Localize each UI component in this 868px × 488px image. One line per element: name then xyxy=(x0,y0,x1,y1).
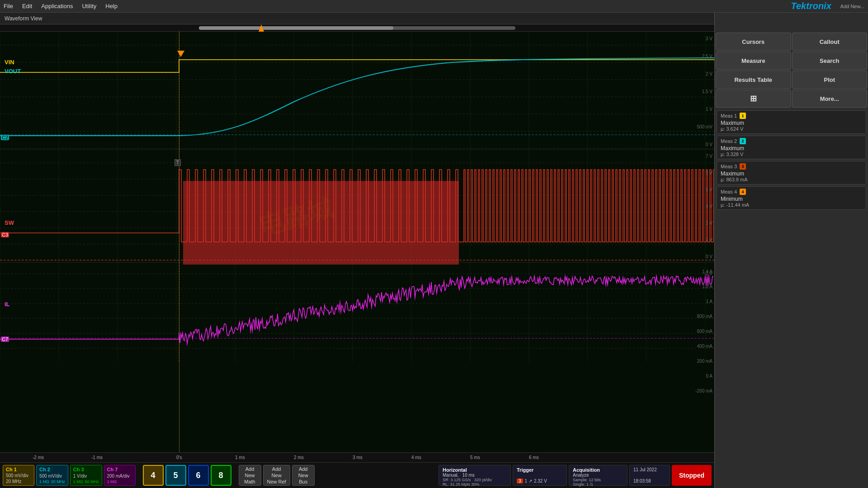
more-button[interactable]: More... xyxy=(792,90,868,108)
meas2-id: Meas 2 xyxy=(721,138,737,144)
menu-utility[interactable]: Utility xyxy=(82,3,96,9)
meas1-id: Meas 1 xyxy=(721,113,737,118)
ch7-scale: 200 mA/div xyxy=(107,474,130,479)
v-scale-mid: 7 V6 V5 V4 V3 V2 V0 V-1 V xyxy=(692,154,712,276)
bottom-controls: Ch 1 500 mV/div 20 MHz Ch 2 500 mV/div 1… xyxy=(0,462,714,488)
waveform-area: Waveform View 3 V2.5 V2 V1.5 V1 V500 mV0… xyxy=(0,13,714,488)
search-button[interactable]: Search xyxy=(792,52,868,70)
trigger-marker-mid: T xyxy=(175,159,181,166)
meas4-type: Minimum xyxy=(721,196,862,202)
horizontal-mode: Manual, xyxy=(443,473,459,478)
il-label: iL xyxy=(5,301,10,308)
trigger-title: Trigger xyxy=(517,467,563,473)
ch2-bw: 20 MHz xyxy=(51,479,65,484)
ch3-bw: 50 MHz xyxy=(85,479,99,484)
meas2-badge: 2 xyxy=(740,138,746,144)
new-ref-label: New Ref xyxy=(267,479,286,484)
acquisition-single: Single: 1 /1 xyxy=(573,482,623,487)
ch1-scale: 500 mV/div xyxy=(6,473,28,478)
menu-bar: File Edit Applications Utility Help Tekt… xyxy=(0,0,868,13)
ch2-coupling: 1 MΩ xyxy=(39,479,49,484)
time-display: 18:03:58 xyxy=(633,479,666,483)
menu-help[interactable]: Help xyxy=(105,3,118,9)
meas3-value: μ: 863.9 mA xyxy=(721,177,862,182)
time-label-6ms: 6 ms xyxy=(529,455,539,460)
menu-edit[interactable]: Edit xyxy=(22,3,32,9)
acquisition-mode: Analyze xyxy=(573,473,589,478)
meas2[interactable]: Meas 2 2 Maximum μ: 3.328 V xyxy=(717,136,866,159)
acquisition-info[interactable]: Acquisition Analyze Sample: 12 bits Sing… xyxy=(569,465,627,486)
trigger-channel: 3 xyxy=(517,479,523,483)
datetime-info: 11 Jul 2022 18:03:58 xyxy=(629,465,670,486)
meas3-badge: 3 xyxy=(740,163,746,170)
horizontal-time: 10 ms xyxy=(462,473,475,478)
stop-button[interactable]: Stopped xyxy=(672,465,712,486)
time-label-minus1: -1 ms xyxy=(91,455,103,460)
results-table-button[interactable]: Results Table xyxy=(716,71,791,89)
ch1-coupling: 20 MHz xyxy=(6,479,21,484)
callout-button[interactable]: Callout xyxy=(792,33,868,51)
horizontal-pts: 320 pt/div xyxy=(474,478,492,482)
menu-file[interactable]: File xyxy=(4,3,13,9)
time-label-4ms: 4 ms xyxy=(411,455,421,460)
meas1-value: μ: 3.624 V xyxy=(721,126,862,132)
ch5-button[interactable]: 5 xyxy=(165,465,186,486)
ch4-button[interactable]: 4 xyxy=(143,465,164,486)
horizontal-sr: SR: 3.125 GS/s xyxy=(443,478,471,482)
vin-label: VIN xyxy=(5,59,14,66)
horizontal-rl: RL: 31.25 Mpts 30% xyxy=(443,482,480,487)
ch7-coupling: 1 MΩ xyxy=(107,479,117,484)
ch7-info[interactable]: Ch 7 200 mA/div 1 MΩ xyxy=(104,465,136,486)
add-new-math-button[interactable]: Add New Math xyxy=(239,465,261,486)
meas3[interactable]: Meas 3 3 Maximum μ: 863.9 mA xyxy=(717,161,866,185)
ch7-name: Ch 7 xyxy=(107,467,118,472)
v-scale-top: 3 V2.5 V2 V1.5 V1 V500 mV0 V xyxy=(692,36,712,147)
brand-addnew[interactable]: Add New... xyxy=(840,4,864,9)
cursors-button[interactable]: Cursors xyxy=(716,33,791,51)
ch1-info[interactable]: Ch 1 500 mV/div 20 MHz xyxy=(3,465,34,486)
meas1-badge: 1 xyxy=(740,113,746,119)
plot-button[interactable]: Plot xyxy=(792,71,868,89)
waveform-canvas[interactable]: 3 V2.5 V2 V1.5 V1 V500 mV0 V VIN VOUT C2… xyxy=(0,32,714,452)
time-label-2ms: 2 ms xyxy=(294,455,304,460)
ch2-scale: 500 mV/div xyxy=(39,474,62,479)
waveform-scrollbar[interactable] xyxy=(0,24,714,32)
meas4-badge: 4 xyxy=(740,189,746,195)
ch8-button[interactable]: 8 xyxy=(211,465,231,486)
meas4-value: μ: -11.44 mA xyxy=(721,202,862,208)
icon-grid-button[interactable]: ⊞ xyxy=(716,90,791,108)
right-panel: Cursors Callout Measure Search Results T… xyxy=(714,13,868,488)
add-new-bus-button[interactable]: Add New Bus xyxy=(292,465,315,486)
add-new-ref-button[interactable]: Add New New Ref xyxy=(263,465,290,486)
acquisition-sample: Sample: 12 bits xyxy=(573,478,623,482)
time-axis: -2 ms -1 ms 0's 1 ms 2 ms 3 ms 4 ms 5 ms… xyxy=(0,452,714,462)
time-label-5ms: 5 ms xyxy=(470,455,480,460)
meas4[interactable]: Meas 4 4 Minimum μ: -11.44 mA xyxy=(717,186,866,210)
meas1[interactable]: Meas 1 1 Maximum μ: 3.624 V xyxy=(717,110,866,134)
ch2-info[interactable]: Ch 2 500 mV/div 1 MΩ 20 MHz xyxy=(36,465,68,486)
time-label-1ms: 1 ms xyxy=(235,455,245,460)
meas3-type: Maximum xyxy=(721,171,862,177)
measurements-panel: Meas 1 1 Maximum μ: 3.624 V Meas 2 2 Max… xyxy=(715,109,868,488)
horizontal-info[interactable]: Horizontal Manual, 10 ms SR: 3.125 GS/s … xyxy=(439,465,511,486)
meas1-type: Maximum xyxy=(721,120,862,126)
v-scale-bot: 1.4 A1.2 A1 A800 mA600 mA400 mA200 mA0 A… xyxy=(689,269,712,393)
waveform-title: Waveform View xyxy=(0,13,714,24)
meas4-id: Meas 4 xyxy=(721,189,737,194)
menu-applications[interactable]: Applications xyxy=(41,3,73,9)
ch3-info[interactable]: Ch 3 1 V/div 1 MΩ 50 MHz xyxy=(70,465,102,486)
date-display: 11 Jul 2022 xyxy=(633,467,666,472)
ch6-button[interactable]: 6 xyxy=(188,465,209,486)
measure-button[interactable]: Measure xyxy=(716,52,791,70)
trigger-mode: 1 ↗ xyxy=(525,479,532,483)
trigger-voltage: 2.32 V xyxy=(534,479,547,483)
time-label-minus2: -2 ms xyxy=(33,455,44,460)
time-label-0: 0's xyxy=(176,455,182,460)
c7-label: C7 xyxy=(1,336,9,342)
brand-title: Tektronix xyxy=(791,1,831,11)
trigger-marker-top xyxy=(177,51,184,57)
ch2-name: Ch 2 xyxy=(39,467,50,472)
measurement-region xyxy=(183,181,459,265)
trigger-info[interactable]: Trigger 3 1 ↗ 2.32 V xyxy=(513,465,567,486)
scrollbar-thumb[interactable] xyxy=(199,26,393,30)
